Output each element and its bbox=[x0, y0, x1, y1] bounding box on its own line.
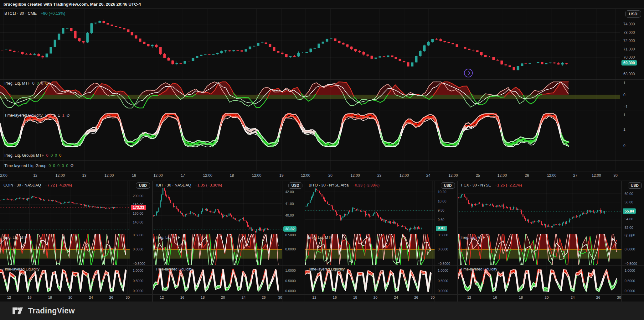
mini-legend[interactable]: BITO · 30 · NYSE Arca −0.33 (−3.38%) bbox=[309, 183, 379, 187]
mini-legend[interactable]: COIN · 30 · NASDAQ −7.72 (−4.26%) bbox=[3, 183, 72, 187]
time-tick: 13 bbox=[82, 173, 86, 178]
pane-label-time-layered-liq-group[interactable]: Time-layered Liq. Group00000Ø bbox=[4, 164, 74, 168]
indicator-tick: −0.5000 bbox=[133, 262, 145, 265]
pane-values: 11111Ø bbox=[43, 113, 70, 118]
pane-label-irreg-liq-mtf[interactable]: Irreg. Liq. MTF bbox=[308, 235, 333, 240]
price-tick: 140.00 bbox=[133, 220, 143, 224]
pane-label-time-layered-liquidity[interactable]: Time-layered Liquidity bbox=[461, 267, 497, 271]
pane-separator bbox=[0, 111, 644, 111]
pane-value: 0 bbox=[62, 164, 64, 168]
pane-value: 0 bbox=[59, 153, 61, 158]
ibit-candlestick-plot[interactable] bbox=[153, 181, 282, 233]
pane-label-irreg-liq-mtf[interactable]: Irreg. Liq. MTF0000 bbox=[4, 81, 48, 86]
btc-groups-plot[interactable] bbox=[0, 150, 620, 171]
price-tick: 58.00 bbox=[625, 200, 633, 204]
symbol-label[interactable]: FCX · 30 · NYSE bbox=[461, 183, 491, 187]
price-axis[interactable]: USD10.2010.009.809.609.410.50000.0000−0.… bbox=[435, 181, 457, 302]
btc-time-layered-liquidity-plot[interactable] bbox=[0, 111, 620, 150]
time-tick: 24 bbox=[426, 173, 430, 178]
pane-values: 00000Ø bbox=[46, 164, 74, 168]
time-tick: 18 bbox=[353, 296, 357, 299]
indicator-tick: 0.0000 bbox=[625, 289, 635, 293]
time-axis[interactable]: 12161820242630 bbox=[153, 295, 282, 302]
tradingview-logo-icon[interactable] bbox=[12, 306, 24, 316]
mini-chart-fcx[interactable]: FCX · 30 · NYSE −1.26 (−2.21%) USD60.005… bbox=[458, 181, 644, 302]
price-axis[interactable]: USD60.0058.0054.0052.0050.0055.840.50000… bbox=[622, 181, 644, 302]
time-axis[interactable]: 12161820242630 bbox=[305, 295, 435, 302]
pane-value: 0 bbox=[45, 81, 48, 86]
pane-label-irreg-liq-groups-mtf[interactable]: Irreg. Liq. Groups MTF0000 bbox=[4, 153, 61, 158]
time-tick: 18 bbox=[201, 296, 205, 299]
time-tick: 19 bbox=[279, 173, 283, 178]
currency-button[interactable]: USD bbox=[441, 182, 455, 189]
pane-label-time-layered-liquidity[interactable]: Time-layered Liquidity bbox=[3, 267, 39, 271]
mini-legend[interactable]: IBIT · 30 · NASDAQ −1.35 (−3.36%) bbox=[156, 183, 222, 187]
pane-value: 0 bbox=[57, 164, 59, 168]
price-axis-separator bbox=[620, 9, 620, 180]
price-axis-separator bbox=[130, 181, 130, 302]
change-label: −0.33 (−3.38%) bbox=[353, 183, 379, 187]
symbol-label[interactable]: COIN · 30 · NASDAQ bbox=[3, 183, 41, 187]
pane-separator bbox=[0, 79, 644, 80]
symbol-label[interactable]: BITO · 30 · NYSE Arca bbox=[309, 183, 349, 187]
change-label: −7.72 (−4.26%) bbox=[45, 183, 72, 187]
main-chart-btc[interactable]: BTC1! · 30 · CME +90 (+0.13%) Irreg. Liq… bbox=[0, 9, 644, 180]
time-axis[interactable]: 12161820242630 bbox=[458, 295, 621, 302]
price-axis[interactable]: USD42.0041.0040.0039.0038.820.50000.0000… bbox=[282, 181, 305, 302]
change-label: +90 (+0.13%) bbox=[41, 11, 65, 16]
coin-candlestick-plot[interactable] bbox=[0, 181, 130, 233]
time-axis[interactable]: 2:001212:001312:001612:001712:001812:001… bbox=[0, 172, 620, 180]
pane-value: 0 bbox=[32, 81, 34, 86]
time-axis[interactable]: 12161820242630 bbox=[0, 295, 130, 302]
pane-separator bbox=[0, 150, 644, 150]
time-tick: 12:00 bbox=[203, 173, 212, 178]
pane-label-irreg-liq-mtf[interactable]: Irreg. Liq. MTF bbox=[156, 235, 180, 240]
pane-value: 0 bbox=[55, 153, 57, 158]
time-tick: 30 bbox=[613, 173, 617, 178]
price-tick: 42.00 bbox=[285, 190, 294, 194]
bito-candlestick-plot[interactable] bbox=[305, 181, 435, 233]
indicator-tick: 0.0000 bbox=[285, 289, 296, 293]
pane-value: 1 bbox=[45, 113, 47, 118]
symbol-label[interactable]: IBIT · 30 · NASDAQ bbox=[156, 183, 191, 187]
time-tick: 12:00 bbox=[153, 173, 163, 178]
mini-legend[interactable]: FCX · 30 · NYSE −1.26 (−2.21%) bbox=[461, 183, 522, 187]
currency-button[interactable]: USD bbox=[625, 10, 641, 18]
currency-button[interactable]: USD bbox=[288, 182, 302, 189]
change-label: −1.26 (−2.21%) bbox=[495, 183, 522, 187]
mini-chart-bito[interactable]: BITO · 30 · NYSE Arca −0.33 (−3.38%) USD… bbox=[305, 181, 457, 302]
time-tick: 12 bbox=[33, 173, 37, 178]
pane-value: 0 bbox=[66, 164, 68, 168]
time-tick: 12 bbox=[312, 296, 317, 299]
indicator-tick: 0.5000 bbox=[625, 279, 635, 283]
currency-button[interactable]: USD bbox=[136, 182, 150, 189]
indicator-tick: 0.5000 bbox=[133, 279, 143, 283]
time-tick: 12:00 bbox=[55, 173, 65, 178]
btc-irreg-liq-mtf-plot[interactable] bbox=[0, 80, 620, 110]
pane-label-irreg-liq-mtf[interactable]: Irreg. Liq. MTF bbox=[3, 235, 28, 240]
mini-chart-coin[interactable]: COIN · 30 · NASDAQ −7.72 (−4.26%) USD200… bbox=[0, 181, 152, 302]
pane-label-irreg-liq-mtf[interactable]: Irreg. Liq. MTF bbox=[461, 235, 485, 240]
price-axis[interactable]: USD74,00073,00072,00071,00070,00068,0006… bbox=[620, 9, 644, 180]
pane-label-time-layered-liquidity[interactable]: Time-layered Liquidity bbox=[308, 267, 345, 271]
time-tick: 18 bbox=[48, 296, 52, 299]
currency-button[interactable]: USD bbox=[628, 182, 642, 189]
pane-label-time-layered-liquidity[interactable]: Time-layered Liquidity11111Ø bbox=[4, 113, 70, 118]
tradingview-logo-text[interactable]: TradingView bbox=[28, 306, 75, 315]
price-tick: 200.00 bbox=[133, 194, 143, 198]
price-tick: 68,000 bbox=[623, 72, 635, 76]
price-tick: 71,000 bbox=[623, 47, 635, 51]
time-tick: 12:00 bbox=[252, 173, 261, 178]
change-label: −1.35 (−3.36%) bbox=[195, 183, 222, 187]
indicator-tick: 1.0000 bbox=[438, 269, 448, 272]
price-badge: 69,300 bbox=[621, 60, 637, 66]
purple-arrow-marker-icon[interactable] bbox=[464, 69, 473, 77]
fcx-candlestick-plot[interactable] bbox=[458, 181, 621, 233]
main-chart-legend[interactable]: BTC1! · 30 · CME +90 (+0.13%) bbox=[4, 11, 65, 16]
mini-chart-ibit[interactable]: IBIT · 30 · NASDAQ −1.35 (−3.36%) USD42.… bbox=[153, 181, 305, 302]
pane-label-time-layered-liquidity[interactable]: Time-layered Liquidity bbox=[156, 267, 192, 271]
btc-candlestick-plot[interactable] bbox=[0, 9, 620, 79]
price-axis-separator bbox=[282, 181, 282, 302]
symbol-label[interactable]: BTC1! · 30 · CME bbox=[4, 11, 37, 16]
price-axis[interactable]: USD200.00180.00160.00140.00173.330.50000… bbox=[130, 181, 152, 302]
